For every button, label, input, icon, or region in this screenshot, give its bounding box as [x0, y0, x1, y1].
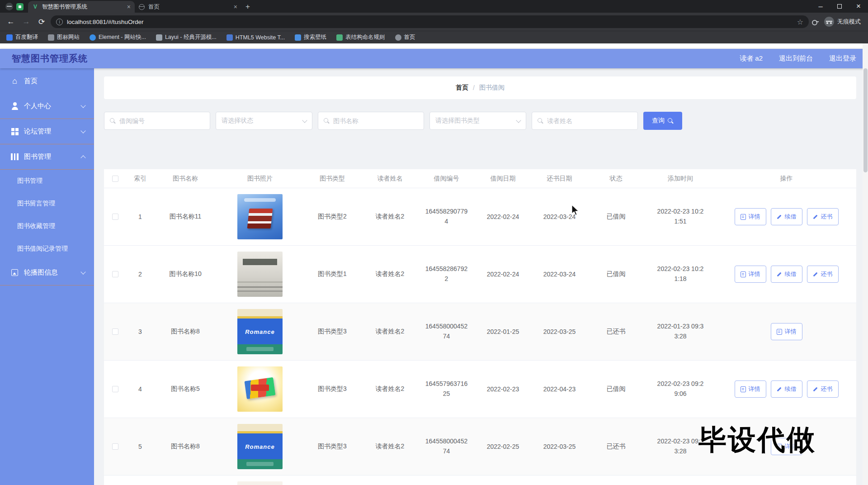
close-button[interactable]: ×: [849, 0, 868, 13]
book-type-select[interactable]: 请选择图书类型: [429, 112, 526, 130]
bookmark-favicon: [90, 34, 96, 41]
action-detail-button[interactable]: 详情: [735, 266, 766, 283]
sidebar-item-forum-management[interactable]: 论坛管理: [0, 119, 94, 144]
cell-status: 已借阅: [588, 270, 644, 278]
sidebar-item-book-management-group[interactable]: 图书管理: [0, 144, 94, 170]
book-cover[interactable]: Romance: [237, 309, 283, 354]
bookmark-item[interactable]: 图标网站: [48, 33, 80, 41]
bookmark-item[interactable]: Layui - 经典开源模...: [156, 33, 217, 41]
sidebar-subitem-book-message-management[interactable]: 图书留言管理: [0, 192, 94, 215]
book-name-input[interactable]: [333, 117, 418, 124]
sidebar-item-carousel-info[interactable]: 轮播图信息: [0, 260, 94, 285]
action-button-label: 详情: [785, 328, 797, 336]
cell-reader-name: 读者姓名2: [362, 328, 418, 336]
borrow-no-input[interactable]: [119, 117, 204, 124]
reader-name-input[interactable]: [547, 117, 632, 124]
forum-icon: [11, 128, 19, 135]
book-cover[interactable]: [237, 366, 283, 412]
borrow-no-field[interactable]: [104, 112, 210, 130]
bookmark-item[interactable]: 首页: [395, 33, 415, 41]
book-cover[interactable]: [237, 252, 283, 297]
row-checkbox[interactable]: [112, 214, 118, 220]
sidebar-subitem-label: 图书管理: [17, 177, 42, 185]
cell-index: 5: [127, 443, 154, 450]
watermark-text: 毕设代做: [698, 421, 816, 459]
minimize-button[interactable]: ─: [811, 0, 830, 13]
chevron-up-icon: [80, 155, 85, 160]
book-cover[interactable]: Romance: [237, 424, 283, 469]
cell-index: 3: [127, 328, 154, 335]
forward-button[interactable]: →: [20, 15, 33, 28]
maximize-button[interactable]: [830, 0, 849, 13]
url-text[interactable]: localhost:8081/#/tushuOrder: [67, 19, 144, 25]
book-name-field[interactable]: [318, 112, 424, 130]
action-renew-button[interactable]: 续借: [771, 208, 802, 225]
tab-close-icon[interactable]: ×: [234, 3, 237, 10]
new-tab-button[interactable]: +: [241, 1, 254, 13]
row-checkbox[interactable]: [112, 386, 118, 392]
vue-favicon: [32, 4, 38, 10]
row-checkbox[interactable]: [112, 271, 118, 277]
url-bar[interactable]: i localhost:8081/#/tushuOrder ☆: [51, 15, 809, 28]
col-added-time: 添加时间: [644, 175, 717, 183]
bookmark-favicon: [336, 34, 343, 41]
row-checkbox[interactable]: [112, 328, 118, 335]
reload-button[interactable]: ⟳: [35, 15, 48, 28]
action-renew-button[interactable]: 续借: [771, 380, 802, 398]
tab-close-icon[interactable]: ×: [127, 3, 131, 10]
back-button[interactable]: ←: [5, 15, 17, 28]
book-cover[interactable]: [237, 194, 283, 239]
password-key-icon[interactable]: [811, 18, 819, 25]
pen-icon: [813, 214, 818, 219]
row-checkbox[interactable]: [112, 443, 118, 450]
action-detail-button[interactable]: 详情: [735, 380, 766, 398]
pen-icon: [777, 214, 782, 219]
action-return-button[interactable]: 还书: [807, 208, 839, 225]
status-select[interactable]: 请选择状态: [216, 112, 312, 130]
sidebar-item-home[interactable]: 首页: [0, 68, 94, 94]
bookmark-item[interactable]: HTML5 Website T...: [226, 34, 285, 41]
logout-link[interactable]: 退出登录: [829, 54, 856, 63]
bookmark-item[interactable]: 表结构命名规则: [336, 33, 385, 41]
cover-label: Romance: [245, 328, 275, 335]
search-button[interactable]: 查询: [643, 112, 682, 130]
sidebar-subitem-book-management[interactable]: 图书管理: [0, 170, 94, 192]
bookmark-label: HTML5 Website T...: [236, 34, 285, 41]
cell-book-type: 图书类型1: [303, 270, 362, 278]
action-return-button[interactable]: 还书: [807, 266, 839, 283]
address-toolbar: ← → ⟳ i localhost:8081/#/tushuOrder ☆ 无痕…: [0, 13, 868, 31]
reader-name-field[interactable]: [532, 112, 638, 130]
action-return-button[interactable]: 还书: [807, 380, 839, 398]
scrollbar-thumb[interactable]: [863, 68, 868, 172]
sidebar: 首页 个人中心 论坛管理 图书管理 图书管理 图书留言管理 图书收藏管理 图书借…: [0, 68, 94, 485]
bookmark-item[interactable]: Element - 网站快...: [90, 33, 146, 41]
breadcrumb: 首页 / 图书借阅: [104, 76, 856, 99]
action-button-label: 续借: [785, 213, 797, 221]
breadcrumb-home[interactable]: 首页: [456, 84, 468, 92]
page-info-icon[interactable]: i: [56, 19, 63, 25]
sidebar-subitem-book-favorite-management[interactable]: 图书收藏管理: [0, 215, 94, 238]
action-detail-button[interactable]: 详情: [735, 208, 766, 225]
action-renew-button[interactable]: 续借: [771, 266, 802, 283]
sidebar-item-personal-center[interactable]: 个人中心: [0, 94, 94, 119]
table-row: 3 图书名称8 Romance 图书类型3 读者姓名2 164558000452…: [104, 303, 856, 361]
action-button-label: 详情: [749, 270, 760, 278]
sidebar-subitem-book-borrow-record-management[interactable]: 图书借阅记录管理: [0, 238, 94, 260]
page-scrollbar[interactable]: [863, 43, 868, 485]
cell-status: 已还书: [588, 442, 644, 451]
incognito-profile-icon[interactable]: [5, 3, 13, 10]
book-cover[interactable]: [237, 481, 283, 485]
incognito-spy-icon[interactable]: [824, 17, 834, 27]
browser-tab-active[interactable]: 智慧图书管理系统 ×: [28, 1, 135, 13]
exit-to-front-link[interactable]: 退出到前台: [779, 54, 813, 63]
col-borrow-date: 借阅日期: [475, 175, 531, 183]
extension-icon[interactable]: [16, 3, 24, 10]
bookmark-star-icon[interactable]: ☆: [797, 18, 803, 26]
browser-tab[interactable]: 首页 ×: [135, 1, 241, 13]
action-detail-button[interactable]: 详情: [771, 323, 802, 340]
bookmark-item[interactable]: 百度翻译: [6, 33, 38, 41]
cell-borrow-no: 1645582867922: [425, 264, 469, 284]
select-all-checkbox[interactable]: [112, 176, 118, 182]
bookmark-item[interactable]: 搜索壁纸: [295, 33, 326, 41]
col-return-date: 还书日期: [531, 175, 588, 183]
